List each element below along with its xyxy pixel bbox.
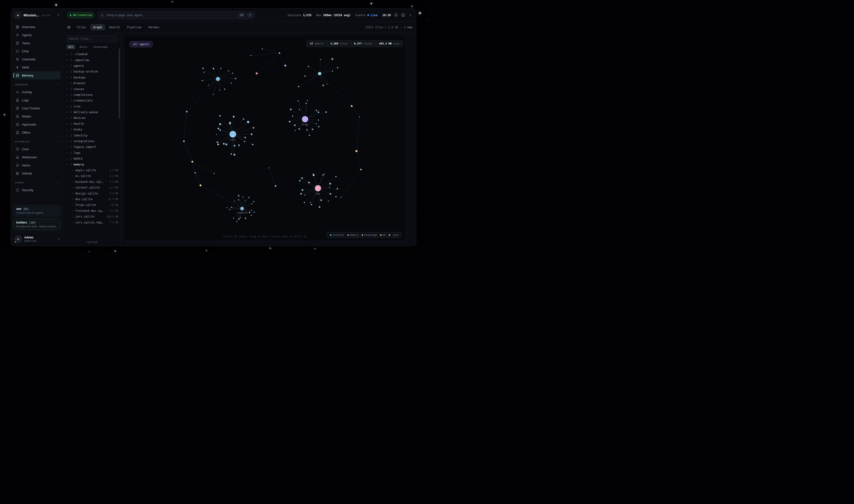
legend-item-memory: memory [347,234,359,236]
graph-wrapper: jarvforgedevresearch all agents 17agents… [121,33,416,246]
sidebar-item-security[interactable]: Security [13,186,61,194]
tree-file[interactable]: –aegis.sqlite4.2 MB [66,167,118,173]
columns-icon[interactable] [67,25,71,29]
search-input[interactable] [106,13,236,17]
tree-folder[interactable]: ▸/integrations [66,138,118,144]
tab-pipeline[interactable]: Pipeline [124,24,144,31]
stat-value: 483.3 MB [379,42,392,45]
tree-folder[interactable]: ▸/completions [66,92,118,98]
file-search-input[interactable] [66,35,118,42]
tree-folder[interactable]: ▸/agents [66,63,118,69]
graph-panel[interactable]: jarvforgedevresearch all agents 17agents… [124,35,405,241]
sidebar-item-overview[interactable]: Overview [13,23,61,31]
tree-folder[interactable]: ▸/health [66,121,118,127]
sidebar-collapse-button[interactable] [57,14,60,17]
path-prefix: / [70,76,72,79]
gateway-status-badge[interactable]: GW Connected [67,12,95,18]
file-size: 4.2 MB [110,210,118,212]
tree-folder[interactable]: ▸/delivery-queue [66,109,118,115]
tree-folder[interactable]: ▸/hooks [66,127,118,132]
tree-file[interactable]: –ai.sqlite4.2 MB [66,173,118,179]
new-button[interactable]: + new [404,26,412,29]
sidebar-card-builderz[interactable]: builderz.devAI-native dev shop · Solana … [13,218,61,230]
sidebar-item-skills[interactable]: Skills [13,63,61,71]
tab-graph[interactable]: Graph [90,24,105,31]
section-header-observe[interactable]: OBSERVE [11,79,63,87]
sidebar-item-nodes[interactable]: Nodes [13,112,61,120]
sidebar-item-tasks[interactable]: Tasks [13,39,61,47]
sidebar-card-xint[interactable]: xintCLIX power tools for agents. [13,205,61,217]
tree-folder[interactable]: ▸/.clawhub [66,51,118,57]
sidebar-item-webhooks[interactable]: Webhooks [13,153,61,161]
global-search[interactable]: ⌘K / [98,11,255,19]
file-prefix: – [72,168,73,172]
bell-icon[interactable] [394,13,398,17]
scrollbar[interactable] [119,49,120,119]
tree-folder[interactable]: ▸/browser [66,80,118,86]
tree-folder[interactable]: ▸/logs [66,150,118,156]
tree-file[interactable]: –jarv.sqlite.tmp…7.1 MB [66,219,118,225]
file-prefix: – [72,221,73,224]
live-label[interactable]: Live [371,14,378,17]
tree-file[interactable]: –jarv.sqlite350.5 MB [66,214,118,219]
agent-network-graph[interactable]: jarvforgedevresearch [124,35,405,241]
legend-label: memory [350,234,359,236]
sidebar-item-alerts[interactable]: Alerts [13,161,61,169]
tree-filters: alldailyknowledge [67,45,117,49]
tree-folder[interactable]: ▸/backups [66,75,118,80]
caret-icon: ▸ [66,122,69,125]
file-size: 22.9 MB [108,198,118,200]
filter-daily[interactable]: daily [77,45,89,49]
sidebar-item-cron[interactable]: Cron [13,145,61,153]
tree-folder[interactable]: ▸/media [66,156,118,161]
svg-text:jarv: jarv [230,138,236,141]
filter-all[interactable]: all [67,45,75,49]
sidebar-item-label: Activity [22,90,32,94]
sidebar-item-chat[interactable]: Chat [13,47,61,55]
agents-filter-chip[interactable]: all agents [130,41,153,47]
tree-folder[interactable]: ▸/devices [66,115,118,121]
smiley-icon[interactable] [401,13,405,17]
file-size: 4.2 MB [110,180,118,183]
tree-file[interactable]: –dev.sqlite22.9 MB [66,196,118,202]
sidebar-item-github[interactable]: GitHub [13,169,61,177]
sidebar-item-office[interactable]: Office [13,128,61,137]
sidebar-item-channels[interactable]: Channels [13,55,61,63]
tab-files[interactable]: Files [74,24,89,31]
main-area: GW Connected ⌘K / Sessions 1/235 Nav 208… [63,8,416,246]
tree-file[interactable]: –content.sqlite6.3 MB [66,185,118,191]
tree-folder[interactable]: ▸/legacy-import [66,144,118,150]
tree-file[interactable]: –backend-dev.sql…4.2 MB [66,179,118,185]
tree-folder[interactable]: ▸/canvas [66,86,118,92]
sidebar-item-label: GitHub [22,172,32,175]
file-tree-panel: alldailyknowledge ▸/.clawhub▸/.openclaw▸… [63,33,121,246]
user-menu[interactable]: A Admin openclaw [11,232,63,246]
sparkle-star: ✦ [269,247,272,250]
chevron-down-icon [57,181,59,184]
sidebar-item-approvals[interactable]: Approvals [13,120,61,128]
folder-name: credentials [73,99,93,102]
filter-knowledge[interactable]: knowledge [92,45,110,49]
tab-hermes[interactable]: Hermes [146,24,162,31]
sidebar-item-memory[interactable]: Memory [13,71,61,79]
section-header-admin[interactable]: ADMIN [11,177,63,185]
tree-folder[interactable]: ▸/identity [66,132,118,138]
tree-folder[interactable]: ▾/memory [66,161,118,167]
path-prefix: / [70,64,72,68]
sidebar-item-agents[interactable]: Agents [13,31,61,39]
tree-file[interactable]: –forge.sqlite43 MB [66,202,118,208]
sidebar-item-logs[interactable]: Logs [13,96,61,104]
tree-file[interactable]: –frontend-dev.sq…4.2 MB [66,208,118,214]
panel-collapse-icon[interactable] [409,13,412,17]
sidebar-item-activity[interactable]: Activity [13,88,61,96]
tree-folder[interactable]: ▸/backup-archive [66,69,118,74]
tree-folder[interactable]: ▸/cron [66,104,118,109]
tree-folder[interactable]: ▸/credentials [66,98,118,103]
tab-health[interactable]: Health [106,24,123,31]
office-icon [16,131,19,134]
tree-folder[interactable]: ▸/.openclaw [66,57,118,63]
sidebar-item-cost-tracker[interactable]: Cost Tracker [13,104,61,112]
section-header-automate[interactable]: AUTOMATE [11,137,63,144]
tree-file[interactable]: –design.sqlite4.2 MB [66,191,118,196]
refresh-button[interactable]: refresh [63,239,121,246]
